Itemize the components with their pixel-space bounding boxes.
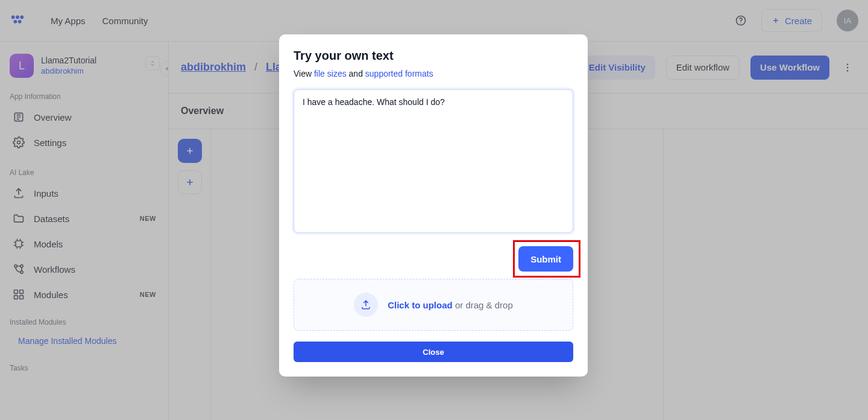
upload-rest: or drag & drop bbox=[453, 300, 513, 310]
helper-mid: and bbox=[347, 69, 365, 78]
submit-button[interactable]: Submit bbox=[518, 246, 573, 272]
upload-strong: Click to upload bbox=[388, 300, 453, 310]
upload-icon bbox=[354, 293, 378, 317]
try-text-modal: Try your own text View file sizes and su… bbox=[279, 34, 588, 377]
upload-dropzone[interactable]: Click to upload or drag & drop bbox=[294, 279, 573, 331]
file-sizes-link[interactable]: file sizes bbox=[314, 69, 347, 78]
modal-helper: View file sizes and supported formats bbox=[294, 69, 573, 78]
text-input[interactable] bbox=[294, 89, 573, 233]
modal-title: Try your own text bbox=[294, 49, 573, 63]
close-button[interactable]: Close bbox=[294, 342, 573, 362]
helper-prefix: View bbox=[294, 69, 314, 78]
upload-text: Click to upload or drag & drop bbox=[388, 300, 513, 310]
supported-formats-link[interactable]: supported formats bbox=[365, 69, 433, 78]
